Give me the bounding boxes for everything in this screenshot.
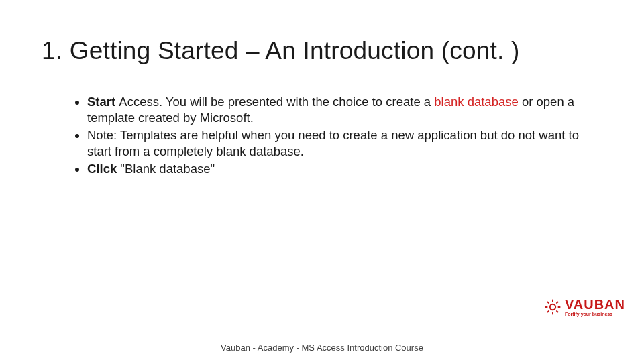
brand-logo: VAUBAN Fortify your business [545,298,625,316]
text-bold: Click [87,162,117,176]
svg-rect-8 [556,310,559,313]
brand-tagline: Fortify your business [565,312,625,316]
slide-title: 1. Getting Started – An Introduction (co… [42,37,519,65]
text-bold: Start [87,95,119,109]
text-run: or open a [519,95,574,109]
svg-rect-5 [556,301,559,304]
gear-icon [545,299,561,315]
list-item: Click "Blank database" [87,161,597,177]
slide-footer: Vauban - Academy - MS Access Introductio… [0,343,644,353]
svg-rect-6 [547,310,549,313]
text-run: Access. You will be presented with the c… [119,95,434,109]
list-item: Note: Templates are helpful when you nee… [87,127,597,160]
text-underline: template [87,111,135,125]
text-emphasis: blank database [434,95,519,109]
svg-rect-3 [545,306,547,308]
svg-point-0 [550,304,555,310]
brand-text: VAUBAN Fortify your business [565,298,625,316]
bullet-list: Start Access. You will be presented with… [68,94,597,177]
svg-rect-1 [552,300,553,302]
text-run: "Blank database" [117,162,215,176]
slide: 1. Getting Started – An Introduction (co… [0,0,644,362]
svg-rect-2 [552,312,553,315]
slide-body: Start Access. You will be presented with… [68,94,597,178]
list-item: Start Access. You will be presented with… [87,94,597,126]
brand-name: VAUBAN [565,298,625,311]
svg-rect-4 [557,306,560,308]
text-run: created by Microsoft. [135,111,254,125]
svg-rect-7 [547,301,549,304]
